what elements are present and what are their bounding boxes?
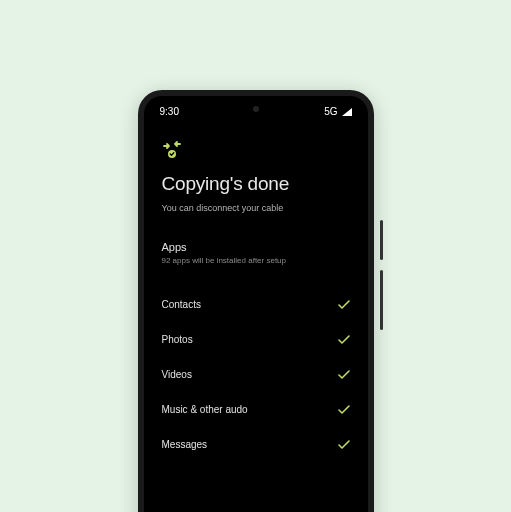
list-item: Photos: [162, 322, 350, 357]
check-icon: [338, 440, 350, 450]
item-label-contacts: Contacts: [162, 299, 201, 310]
screen-content: Copying's done You can disconnect your c…: [144, 123, 368, 462]
network-label: 5G: [324, 106, 337, 117]
status-bar: 9:30 5G: [144, 96, 368, 123]
list-item: Videos: [162, 357, 350, 392]
signal-icon: [342, 108, 352, 116]
check-icon: [338, 300, 350, 310]
status-time: 9:30: [160, 106, 179, 117]
status-right: 5G: [324, 106, 351, 117]
check-icon: [338, 335, 350, 345]
check-icon: [338, 405, 350, 415]
volume-button[interactable]: [380, 270, 383, 330]
check-icon: [338, 370, 350, 380]
list-item: Messages: [162, 427, 350, 462]
page-subtitle: You can disconnect your cable: [162, 203, 350, 213]
item-label-videos: Videos: [162, 369, 192, 380]
list-item: Contacts: [162, 287, 350, 322]
transfer-done-icon: [162, 141, 350, 159]
item-label-messages: Messages: [162, 439, 208, 450]
apps-header: Apps: [162, 241, 350, 253]
page-title: Copying's done: [162, 173, 350, 195]
item-label-photos: Photos: [162, 334, 193, 345]
power-button[interactable]: [380, 220, 383, 260]
list-item: Music & other audo: [162, 392, 350, 427]
phone-mockup: 9:30 5G Copying's done Yo: [138, 90, 374, 512]
item-label-music: Music & other audo: [162, 404, 248, 415]
apps-subtext: 92 apps will be installed after setup: [162, 256, 350, 265]
